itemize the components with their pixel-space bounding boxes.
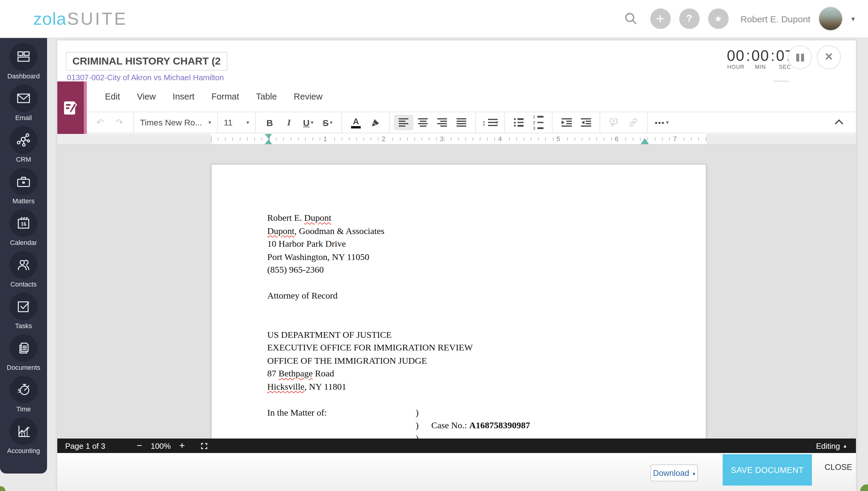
editor-menu-bar: EditViewInsertFormatTableReview [87,81,856,112]
help-button[interactable]: ? [679,8,699,29]
avatar[interactable] [819,7,843,31]
undo-icon: ↶ [96,117,104,128]
align-justify-button[interactable] [452,115,471,130]
viewer-status-bar: Page 1 of 3 − 100% + Editing ▴ [57,438,856,453]
chevron-down-icon: ▾ [495,119,498,125]
line-spacing-button[interactable]: ↕ ▾ [480,115,500,130]
timer-minutes: 00 [752,48,770,63]
bold-button[interactable]: B [260,115,279,130]
close-button[interactable]: CLOSE [824,463,852,472]
ruler-number: 5 [555,135,561,144]
menu-format[interactable]: Format [211,92,239,102]
right-indent-marker[interactable] [641,138,649,144]
numbered-list-button[interactable]: 1 2 3 [528,115,548,130]
app-root: zola SUITE + ? ★ Robert E. Dupont ▾ Dash… [0,0,868,491]
sidebar-item-label: Time [16,405,31,412]
fullscreen-button[interactable] [201,442,208,450]
font-color-button[interactable]: A [346,115,366,130]
user-name: Robert E. Dupont [741,13,810,24]
document-line: Port Washington, NY 11050 [267,251,706,264]
document-title: CRIMINAL HISTORY CHART (2 [73,55,221,67]
ruler-number: 3 [439,135,445,144]
menu-review[interactable]: Review [294,92,322,102]
sidebar-item-time[interactable]: $Time [0,373,47,415]
chevron-down-icon: ▾ [247,119,249,125]
zoom-in-button[interactable]: + [179,440,185,451]
search-icon[interactable] [624,11,638,26]
editor-logo-accent [84,81,87,134]
sidebar-item-label: Calendar [10,239,37,246]
italic-button[interactable]: I [279,115,298,130]
timer-min-label: MIN [755,64,766,70]
document-line: 87 Bethpage Road [267,367,706,380]
timer-stop-button[interactable]: × [817,45,841,69]
more-dots-icon: ••• [655,118,665,127]
chat-widget-peek-left[interactable] [0,486,5,491]
timer-sec-label: SEC [779,64,791,70]
sidebar-item-crm[interactable]: CRM [0,124,47,165]
sidebar-item-matters[interactable]: Matters [0,165,47,207]
sidebar-item-tasks[interactable]: Tasks [0,290,47,332]
sidebar-item-documents[interactable]: Documents [0,332,47,373]
document-editor-panel: CRIMINAL HISTORY CHART (2 01307-002-City… [57,40,856,491]
align-right-button[interactable] [433,115,452,130]
insert-link-button[interactable] [624,115,643,130]
download-button[interactable]: Download ▴ [650,464,698,481]
underline-button[interactable]: U▾ [298,115,318,130]
zoom-out-button[interactable]: − [137,440,142,451]
document-title-input[interactable]: CRIMINAL HISTORY CHART (2 [66,52,227,70]
font-color-icon: A [351,117,361,128]
add-comment-button[interactable] [604,115,624,130]
align-left-button[interactable] [394,115,413,130]
sidebar-item-label: Tasks [15,322,32,329]
documents-icon [10,334,37,362]
document-page[interactable]: Robert E. DupontDupont, Goodman & Associ… [211,164,706,453]
matter-link[interactable]: 01307-002-City of Akron vs Michael Hamil… [67,73,224,82]
left-indent-marker[interactable] [265,134,272,144]
align-center-button[interactable] [413,115,433,130]
document-blank-line [267,277,706,290]
document-line: Robert E. Dupont [267,212,706,225]
chevron-down-icon: ▾ [666,119,669,125]
highlight-button[interactable] [366,115,385,130]
sidebar-item-accounting[interactable]: Accounting [0,415,47,457]
ruler-number: 2 [380,135,386,144]
bullet-list-button[interactable] [509,115,528,130]
collapse-toolbar-button[interactable] [835,119,843,126]
document-text: Robert E. DupontDupont, Goodman & Associ… [267,212,706,445]
sidebar-item-label: Accounting [7,447,40,454]
menu-view[interactable]: View [137,92,155,102]
crm-icon [10,126,37,154]
ruler-number: 7 [672,135,678,144]
timer-hour-label: HOUR [727,64,744,70]
strikethrough-button[interactable]: S▾ [318,115,337,130]
save-document-button[interactable]: SAVE DOCUMENT [723,454,812,486]
align-justify-icon [457,118,466,127]
header-actions: + ? ★ Robert E. Dupont ▾ [624,7,868,31]
timer: 00HOUR : 00MIN : 07SEC [727,48,794,70]
undo-button[interactable]: ↶ [90,115,110,130]
sidebar-item-email[interactable]: Email [0,82,47,124]
menu-edit[interactable]: Edit [105,92,120,102]
menu-table[interactable]: Table [256,92,277,102]
menu-insert[interactable]: Insert [173,92,195,102]
favorites-button[interactable]: ★ [708,8,728,29]
sidebar-item-label: Email [15,114,32,121]
timer-pause-button[interactable] [788,45,812,69]
increase-indent-button[interactable] [557,115,576,130]
sidebar-item-dashboard[interactable]: Dashboard [0,40,47,82]
font-size-select[interactable]: 11 ▾ [222,115,251,130]
editing-mode-menu[interactable]: Editing ▴ [816,441,846,450]
document-line: )Case No.: A168758390987 [267,419,706,432]
sidebar-item-label: Dashboard [7,73,40,80]
editing-mode-label: Editing [816,441,840,450]
decrease-indent-button[interactable] [576,115,595,130]
sidebar-item-contacts[interactable]: Contacts [0,249,47,290]
sidebar-item-calendar[interactable]: 16Calendar [0,207,47,249]
quick-add-button[interactable]: + [650,8,670,29]
user-menu-caret-icon[interactable]: ▾ [851,15,855,23]
font-family-select[interactable]: Times New Ro... ▾ [138,115,213,130]
chevron-down-icon: ▾ [311,119,313,125]
redo-button[interactable]: ↷ [110,115,129,130]
more-options-button[interactable]: ••• ▾ [652,115,671,130]
